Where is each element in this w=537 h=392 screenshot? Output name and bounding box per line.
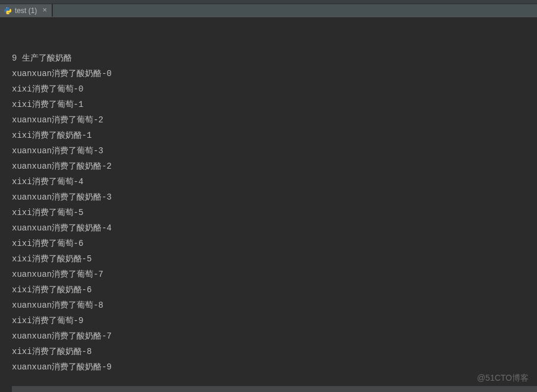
close-icon[interactable]: × (41, 7, 48, 14)
tab-label: test (1) (15, 7, 37, 15)
console-output: 9 生产了酸奶酪xuanxuan消费了酸奶酪-0xixi消费了葡萄-0xixi消… (0, 17, 537, 392)
console-line: xuanxuan消费了葡萄-8 (12, 298, 537, 313)
tab-bar: test (1) × (0, 4, 537, 17)
python-file-icon (4, 7, 12, 15)
watermark: @51CTO博客 (477, 373, 529, 384)
console-line: 9 生产了酸奶酪 (12, 50, 537, 66)
svg-point-0 (7, 7, 7, 8)
tab-strip-empty (52, 4, 537, 17)
console-line: xixi消费了酸奶酪-8 (12, 344, 537, 359)
console-line: xixi消费了酸奶酪-1 (12, 128, 537, 143)
horizontal-scrollbar[interactable] (12, 386, 537, 392)
console-line: xuanxuan消费了酸奶酪-7 (12, 328, 537, 344)
console-line: xuanxuan消费了酸奶酪-0 (12, 66, 537, 81)
console-line: xuanxuan消费了葡萄-2 (12, 112, 537, 128)
console-line: xuanxuan消费了酸奶酪-9 (12, 359, 537, 375)
console-line: xuanxuan消费了酸奶酪-2 (12, 159, 537, 174)
console-line: xuanxuan消费了酸奶酪-4 (12, 220, 537, 236)
console-line: xuanxuan消费了葡萄-3 (12, 143, 537, 159)
console-line: xixi消费了葡萄-6 (12, 236, 537, 251)
window-top-strip (0, 0, 537, 4)
svg-point-1 (8, 13, 9, 14)
console-line: xixi消费了葡萄-1 (12, 97, 537, 112)
console-line: xuanxuan消费了葡萄-7 (12, 267, 537, 282)
console-line: xixi消费了酸奶酪-5 (12, 251, 537, 267)
console-line: xixi消费了酸奶酪-6 (12, 282, 537, 298)
console-line: xixi消费了葡萄-0 (12, 81, 537, 97)
tab-test[interactable]: test (1) × (0, 4, 52, 17)
console-line: xuanxuan消费了酸奶酪-3 (12, 189, 537, 205)
console-line: xixi消费了葡萄-4 (12, 174, 537, 189)
console-line: xixi消费了葡萄-9 (12, 313, 537, 328)
console-line: xixi消费了葡萄-5 (12, 205, 537, 220)
